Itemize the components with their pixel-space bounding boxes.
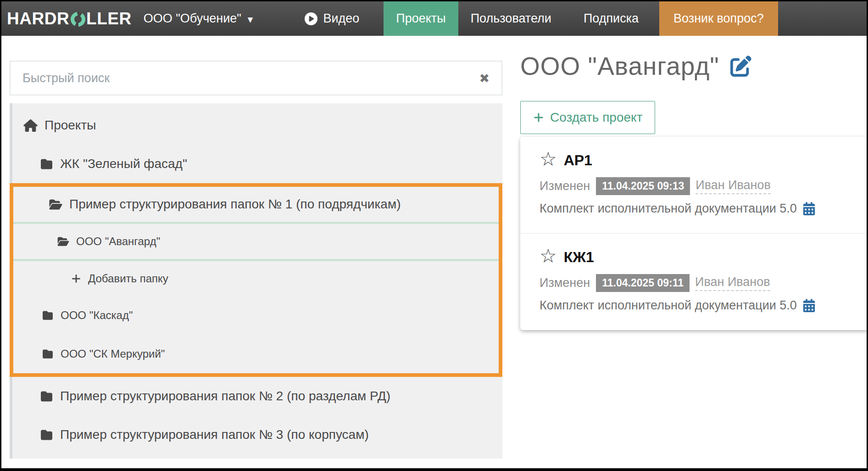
main-panel: ООО "Авангард" Создать проект ☆ АР1 Изме… [502,36,867,330]
tree-item-ooo-kaskad[interactable]: ООО "Каскад" [13,296,499,335]
tree-item-label: Пример структурирования папок № 2 (по ра… [60,389,390,404]
plus-icon [533,112,544,123]
changed-by-link[interactable]: Иван Иванов [696,178,771,194]
folder-icon [40,158,53,170]
nav-tab-users[interactable]: Пользователи [458,1,564,36]
quick-search-box: ✖ [10,61,502,95]
tree-add-folder-button[interactable]: Добавить папку [13,261,499,296]
logo-roller-icon [71,12,85,27]
nav-subscription-label: Подписка [584,11,639,26]
top-navbar: HARDR LLER ООО "Обучение" ▼ Видео Проект… [1,1,867,36]
tree-item-label: Добавить папку [88,272,168,285]
folder-icon [42,310,54,320]
nav-video-label: Видео [323,11,359,26]
tree-item-ooo-sk-merkuriy[interactable]: ООО "СК Меркурий" [13,335,499,373]
folder-icon [40,429,53,441]
project-name[interactable]: АР1 [564,152,592,169]
home-icon [23,119,38,132]
clear-search-icon[interactable]: ✖ [479,71,490,85]
search-input[interactable] [22,71,470,85]
logo-text-post: LLER [86,9,132,28]
tree-item-projects-root[interactable]: Проекты [12,106,502,145]
template-name: Комплект исполнительной документации 5.0 [540,202,797,216]
tree-item-primer-2[interactable]: Пример структурирования папок № 2 (по ра… [12,377,502,415]
folder-open-icon [49,199,62,210]
logo-text-pre: HARDR [7,9,69,28]
nav-users-label: Пользователи [471,11,551,26]
org-dropdown[interactable]: ООО "Обучение" ▼ [141,1,272,36]
favorite-star-icon[interactable]: ☆ [540,247,557,266]
folder-tree: Проекты ЖК "Зеленый фасад" Пример структ… [10,103,502,459]
changed-label: Изменен [540,276,590,290]
tutorial-highlight-box: Пример структурирования папок № 1 (по по… [10,183,502,377]
calendar-icon [802,202,816,215]
nav-tab-subscription[interactable]: Подписка [571,1,651,36]
app-logo[interactable]: HARDR LLER [1,1,141,36]
create-project-button[interactable]: Создать проект [520,101,655,134]
tree-item-ooo-avangard[interactable]: ООО "Авангард" [13,224,499,259]
content-area: ✖ Проекты ЖК "Зеленый фасад" Пример стру… [1,36,867,459]
edit-folder-icon[interactable] [730,56,751,77]
page-title: ООО "Авангард" [520,51,719,81]
tree-item-label: Пример структурирования папок № 1 (по по… [69,197,401,212]
nav-help-label: Возник вопрос? [673,11,764,26]
nav-help-button[interactable]: Возник вопрос? [659,1,778,36]
tree-item-primer-1[interactable]: Пример структурирования папок № 1 (по по… [13,187,499,222]
template-name: Комплект исполнительной документации 5.0 [540,298,797,313]
org-dropdown-label: ООО "Обучение" [144,11,241,26]
tree-item-label: ООО "Каскад" [61,309,133,322]
nav-video[interactable]: Видео [292,1,372,36]
project-card[interactable]: ☆ КЖ1 Изменен 11.04.2025 09:11 Иван Иван… [520,233,868,330]
folder-icon [40,391,53,402]
play-circle-icon [305,12,317,25]
changed-date-badge: 11.04.2025 09:11 [596,274,690,292]
tree-item-zk-zeleny-fasad[interactable]: ЖК "Зеленый фасад" [12,145,502,183]
tree-item-label: Пример структурирования папок № 3 (по ко… [60,427,369,442]
chevron-down-icon: ▼ [248,14,253,24]
nav-tab-projects[interactable]: Проекты [384,1,458,36]
tree-item-label: Проекты [45,118,96,133]
create-project-label: Создать проект [550,110,642,125]
changed-by-link[interactable]: Иван Иванов [695,275,770,291]
project-list: ☆ АР1 Изменен 11.04.2025 09:13 Иван Иван… [520,137,868,330]
folder-open-icon [57,236,69,247]
calendar-icon [802,299,816,312]
changed-date-badge: 11.04.2025 09:13 [596,177,690,195]
nav-projects-label: Проекты [396,11,445,26]
sidebar: ✖ Проекты ЖК "Зеленый фасад" Пример стру… [10,36,502,459]
tree-item-label: ООО "Авангард" [76,235,160,248]
project-card[interactable]: ☆ АР1 Изменен 11.04.2025 09:13 Иван Иван… [520,137,868,233]
page: { "navbar": { "logo_pre": "HARDR", "logo… [0,0,868,471]
plus-icon [71,274,81,284]
tree-item-primer-3[interactable]: Пример структурирования папок № 3 (по ко… [12,415,502,454]
favorite-star-icon[interactable]: ☆ [540,150,557,169]
tree-item-label: ЖК "Зеленый фасад" [60,157,187,171]
tree-item-label: ООО "СК Меркурий" [61,348,165,360]
folder-icon [42,349,54,359]
changed-label: Изменен [540,179,590,193]
project-name[interactable]: КЖ1 [564,249,594,266]
